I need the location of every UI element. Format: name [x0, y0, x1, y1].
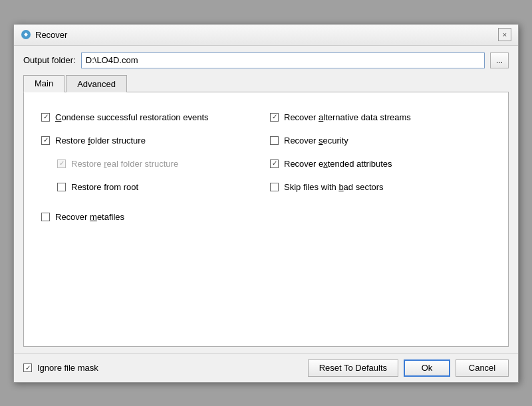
option-restore-root: Restore from root — [37, 175, 266, 199]
label-restore-folder: Restore folder structure — [55, 136, 146, 146]
label-condense: Condense successful restoration events — [55, 112, 209, 122]
checkbox-recover-security[interactable] — [270, 136, 279, 145]
options-grid: Condense successful restoration events R… — [37, 106, 495, 229]
close-button[interactable]: × — [498, 28, 511, 41]
ok-button[interactable]: Ok — [404, 359, 450, 377]
checkbox-condense[interactable] — [41, 113, 50, 122]
output-folder-input[interactable] — [81, 52, 485, 68]
label-ignore-file-mask: Ignore file mask — [37, 363, 98, 373]
app-icon — [21, 29, 31, 40]
checkbox-recover-alt-streams[interactable] — [270, 113, 279, 122]
label-recover-metafiles: Recover metafiles — [55, 212, 124, 222]
option-condense: Condense successful restoration events — [37, 106, 266, 129]
label-recover-security: Recover security — [284, 136, 348, 146]
title-bar: Recover × — [14, 25, 518, 46]
option-recover-security: Recover security — [266, 129, 495, 152]
tabs: Main Advanced — [23, 75, 509, 92]
checkbox-recover-metafiles[interactable] — [41, 213, 50, 221]
checkbox-ignore-file-mask[interactable] — [23, 363, 32, 372]
label-recover-alt-streams: Recover alternative data streams — [284, 112, 411, 122]
checkbox-recover-extended[interactable] — [270, 159, 279, 168]
tab-main[interactable]: Main — [23, 75, 65, 92]
label-skip-bad-sectors: Skip files with bad sectors — [284, 182, 384, 192]
left-column: Condense successful restoration events R… — [37, 106, 266, 229]
label-restore-root: Restore from root — [71, 182, 138, 192]
option-skip-bad-sectors: Skip files with bad sectors — [266, 175, 495, 199]
recover-dialog: Recover × Output folder: ... Main Advanc… — [13, 24, 519, 383]
checkbox-restore-real-folder — [57, 159, 66, 168]
output-folder-label: Output folder: — [23, 55, 76, 65]
checkbox-restore-folder[interactable] — [41, 136, 50, 145]
cancel-button[interactable]: Cancel — [456, 359, 509, 377]
checkbox-restore-root[interactable] — [57, 183, 66, 191]
tab-advanced[interactable]: Advanced — [66, 75, 127, 92]
title-bar-left: Recover — [21, 29, 67, 40]
option-restore-folder: Restore folder structure — [37, 129, 266, 152]
dialog-body: Output folder: ... Main Advanced Condens… — [14, 46, 518, 354]
option-recover-metafiles: Recover metafiles — [37, 205, 266, 229]
output-folder-row: Output folder: ... — [23, 52, 509, 68]
tab-content-main: Condense successful restoration events R… — [23, 92, 509, 347]
bottom-left: Ignore file mask — [23, 363, 98, 373]
label-recover-extended: Recover extended attributes — [284, 159, 392, 169]
option-recover-extended: Recover extended attributes — [266, 152, 495, 175]
checkbox-skip-bad-sectors[interactable] — [270, 183, 279, 191]
bottom-right: Reset To Defaults Ok Cancel — [308, 359, 509, 377]
option-recover-alt-streams: Recover alternative data streams — [266, 106, 495, 129]
label-restore-real-folder: Restore real folder structure — [71, 159, 178, 169]
dialog-title: Recover — [35, 30, 67, 40]
option-restore-real-folder: Restore real folder structure — [37, 152, 266, 175]
bottom-bar: Ignore file mask Reset To Defaults Ok Ca… — [14, 354, 518, 382]
reset-defaults-button[interactable]: Reset To Defaults — [308, 359, 398, 377]
right-column: Recover alternative data streams Recover… — [266, 106, 495, 229]
browse-button[interactable]: ... — [490, 52, 509, 68]
